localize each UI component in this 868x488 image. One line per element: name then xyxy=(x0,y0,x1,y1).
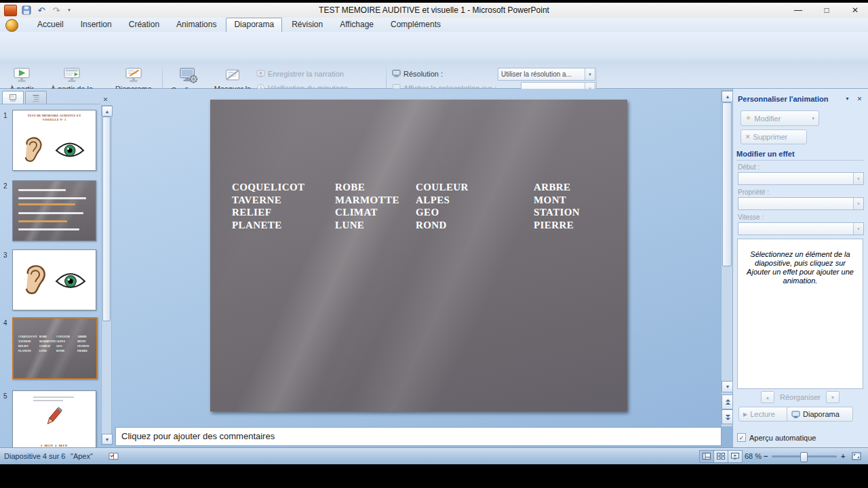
auto-preview-checkbox[interactable]: Aperçu automatique xyxy=(737,433,816,442)
scrollbar-thumb[interactable] xyxy=(102,117,111,321)
slide-counter[interactable]: Diapositive 4 sur 6 xyxy=(4,448,66,464)
slide-word: GEO xyxy=(416,207,534,220)
mini-word: LUNE xyxy=(39,349,56,354)
animation-list-box: Sélectionnez un élément de la diapositiv… xyxy=(737,239,863,389)
slide-word: MARMOTTE xyxy=(335,195,416,207)
scroll-down-icon[interactable]: ▼ xyxy=(102,434,113,445)
tab-complements[interactable]: Compléments xyxy=(383,18,448,32)
tab-slides-thumbnails[interactable] xyxy=(2,91,24,104)
property-select[interactable]: ▾ xyxy=(738,197,864,210)
modify-label: Modifier xyxy=(754,115,781,123)
remove-x-icon: ✕ xyxy=(745,134,751,140)
tab-diaporama[interactable]: Diaporama xyxy=(226,18,282,33)
tab-insertion[interactable]: Insertion xyxy=(73,18,119,32)
zoom-out-icon[interactable]: − xyxy=(764,448,768,464)
close-button[interactable]: ✕ xyxy=(849,5,861,15)
slide-thumbnail-4-selected[interactable]: COQUELICOTROBECOULEURARBRE TAVERNEMARMOT… xyxy=(12,317,98,380)
slide-word: PLANETE xyxy=(232,220,335,232)
mini-word: PIERRE xyxy=(77,349,96,354)
slide-word: ROBE xyxy=(335,182,416,195)
editor-vertical-scrollbar[interactable]: ▲ ▼ xyxy=(721,90,733,427)
tab-animations[interactable]: Animations xyxy=(169,18,224,32)
slide-word: COQUELICOT xyxy=(232,182,335,195)
ribbon-tabs: Accueil Insertion Création Animations Di… xyxy=(30,18,450,32)
section-divider xyxy=(736,160,864,161)
star-icon: ✶ xyxy=(745,114,751,123)
animation-hint-text: Sélectionnez un élément de la diapositiv… xyxy=(745,250,856,285)
modify-effect-button[interactable]: ✶ Modifier ▾ xyxy=(741,110,819,126)
record-narration-button[interactable]: Enregistrer la narration xyxy=(256,69,344,78)
setup-show-icon xyxy=(179,67,198,85)
speed-select[interactable]: ▾ xyxy=(738,222,864,235)
play-from-current-icon xyxy=(63,67,81,83)
window-controls: — □ ✕ xyxy=(792,3,861,18)
mini-word: MONT xyxy=(77,340,96,344)
thumb-text-line xyxy=(18,203,75,205)
auto-preview-label: Aperçu automatique xyxy=(749,434,816,442)
tab-accueil[interactable]: Accueil xyxy=(30,18,71,32)
fit-to-window-icon[interactable] xyxy=(852,448,861,464)
slide-canvas[interactable]: COQUELICOTROBECOULEURARBRE TAVERNEMARMOT… xyxy=(210,100,627,411)
zoom-track[interactable] xyxy=(772,455,837,458)
scrollbar-thumb[interactable] xyxy=(722,102,732,266)
slide-word-grid[interactable]: COQUELICOTROBECOULEURARBRE TAVERNEMARMOT… xyxy=(232,182,615,232)
slide-word: TAVERNE xyxy=(232,195,335,207)
play-icon: ▶ xyxy=(743,411,747,418)
slide-thumbnail-1[interactable]: TEST DE MÉMOIRE AUDITIVE ET VISUELLE N° … xyxy=(12,110,96,171)
mini-word: CLIMAT xyxy=(39,344,56,349)
speed-label: Vitesse : xyxy=(738,214,764,221)
zoom-level[interactable]: 68 % xyxy=(745,448,762,464)
reorder-down-icon[interactable]: ▼ xyxy=(826,391,840,403)
tab-creation[interactable]: Création xyxy=(121,18,167,32)
remove-effect-button[interactable]: ✕ Supprimer xyxy=(741,129,807,144)
normal-view-button[interactable] xyxy=(699,450,714,463)
slideshow-label: Diaporama xyxy=(803,410,840,418)
view-switcher xyxy=(700,448,743,464)
modify-effect-section-label: Modifier un effet xyxy=(736,150,795,158)
ear-image xyxy=(21,262,48,298)
play-button[interactable]: ▶ Lecture xyxy=(738,407,789,422)
slide-thumbnail-3[interactable] xyxy=(12,249,96,310)
pane-menu-chevron-icon[interactable]: ▼ xyxy=(842,94,852,104)
spellcheck-icon[interactable] xyxy=(108,448,119,464)
mini-word: GEO xyxy=(56,344,77,349)
pane-close-icon[interactable]: ✕ xyxy=(854,94,865,104)
mini-word: COULEUR xyxy=(56,335,77,340)
chevron-down-icon: ▾ xyxy=(812,116,814,121)
slide-word: ALPES xyxy=(416,195,534,207)
thumb4-word-grid: COQUELICOTROBECOULEURARBRE TAVERNEMARMOT… xyxy=(18,335,96,354)
slide-thumbnail-5[interactable]: 1 MIN 2 MIN xyxy=(12,390,96,451)
reorder-label: Réorganiser xyxy=(780,393,821,401)
theme-name[interactable]: "Apex" xyxy=(71,448,93,464)
slide-sorter-view-button[interactable] xyxy=(713,450,728,463)
zoom-in-icon[interactable]: + xyxy=(841,448,845,464)
chevron-down-icon[interactable]: ▾ xyxy=(585,68,595,80)
start-label: Début : xyxy=(738,163,760,171)
mini-word: ROBE xyxy=(39,335,56,340)
tab-affichage[interactable]: Affichage xyxy=(332,18,381,32)
mini-word: RELIEF xyxy=(18,344,39,349)
ear-image xyxy=(21,135,44,165)
slideshow-view-button[interactable] xyxy=(728,450,743,463)
office-button[interactable] xyxy=(5,19,18,32)
ribbon-tab-strip: Accueil Insertion Création Animations Di… xyxy=(0,18,868,32)
zoom-thumb[interactable] xyxy=(800,452,808,462)
chevron-down-icon: ▾ xyxy=(853,198,863,209)
slide-thumbnail-2[interactable] xyxy=(12,180,96,241)
notes-pane[interactable]: Cliquez pour ajouter des commentaires xyxy=(115,427,722,446)
reorder-up-icon[interactable]: ▲ xyxy=(761,391,774,403)
slideshow-button[interactable]: Diaporama xyxy=(787,407,853,422)
start-select[interactable]: ▾ xyxy=(738,172,864,185)
titlebar: ↶ ↷ ▾ TEST MEMOIRE AUDITIVE et visuelle … xyxy=(0,3,868,18)
resolution-select[interactable]: Utiliser la résolution a... ▾ xyxy=(498,68,595,81)
scroll-up-icon[interactable]: ▲ xyxy=(102,106,113,117)
thumb1-title: TEST DE MÉMOIRE AUDITIVE ET VISUELLE N° … xyxy=(13,114,96,122)
tab-revision[interactable]: Révision xyxy=(284,18,330,32)
zoom-slider[interactable] xyxy=(772,448,837,464)
maximize-button[interactable]: □ xyxy=(821,5,833,15)
thumbnails-scrollbar[interactable]: ▲ ▼ xyxy=(101,105,112,445)
tab-outline[interactable] xyxy=(25,91,47,104)
minimize-button[interactable]: — xyxy=(792,5,804,15)
close-pane-icon[interactable]: ✕ xyxy=(100,94,111,104)
remove-label: Supprimer xyxy=(753,133,788,141)
